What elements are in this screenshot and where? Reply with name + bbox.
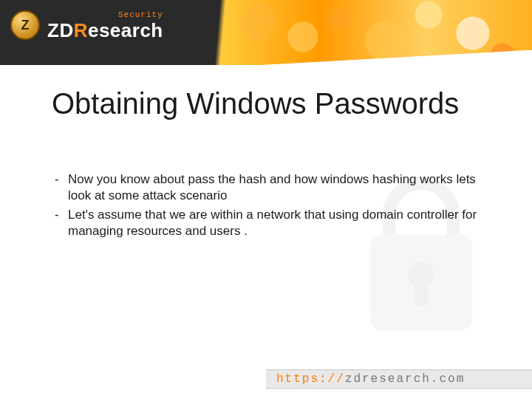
brand-logo: Z Security ZDResearch: [10, 10, 163, 40]
list-item: Let's assume that we are within a networ…: [52, 207, 480, 239]
slide-body: Now you know about pass the hash and how…: [52, 171, 480, 242]
logo-brand-prefix: ZD: [47, 19, 74, 41]
footer-domain: zdresearch.com: [345, 372, 465, 386]
footer-url-bar: https://zdresearch.com: [266, 369, 532, 389]
footer-scheme: https://: [276, 372, 345, 386]
logo-brand-name: ZDResearch: [47, 21, 163, 40]
slide-title: Obtaining Windows Passwords: [52, 87, 459, 120]
svg-rect-2: [415, 281, 427, 307]
logo-security-tag: Security: [118, 11, 163, 19]
bullet-list: Now you know about pass the hash and how…: [52, 171, 480, 239]
logo-medallion-letter: Z: [21, 18, 30, 33]
logo-brand-highlight: R: [74, 19, 88, 41]
list-item: Now you know about pass the hash and how…: [52, 171, 480, 204]
logo-text: Security ZDResearch: [47, 11, 163, 40]
svg-point-1: [409, 262, 434, 287]
logo-brand-suffix: esearch: [88, 19, 163, 41]
svg-rect-0: [370, 235, 473, 331]
logo-medallion-icon: Z: [10, 10, 40, 40]
